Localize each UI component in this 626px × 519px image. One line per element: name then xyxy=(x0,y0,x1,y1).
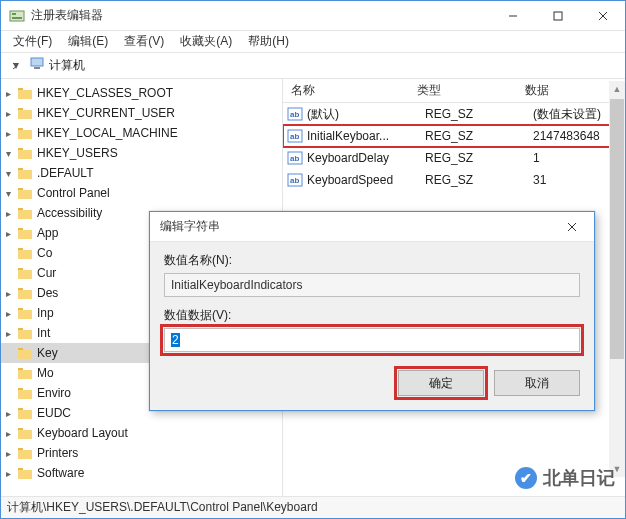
svg-rect-40 xyxy=(18,390,32,399)
folder-icon xyxy=(17,386,33,400)
close-button[interactable] xyxy=(580,1,625,30)
chevron-down-icon[interactable]: ▾ xyxy=(1,186,15,200)
dialog-titlebar: 编辑字符串 xyxy=(150,212,594,242)
svg-rect-22 xyxy=(18,210,32,219)
column-name[interactable]: 名称 xyxy=(283,82,409,99)
svg-rect-34 xyxy=(18,330,32,339)
svg-rect-44 xyxy=(18,430,32,439)
svg-text:ab: ab xyxy=(290,176,299,185)
chevron-right-icon[interactable]: ▸ xyxy=(1,206,15,220)
tree-item-hklm[interactable]: ▸HKEY_LOCAL_MACHINE xyxy=(1,123,282,143)
menu-favorites[interactable]: 收藏夹(A) xyxy=(172,30,240,53)
folder-icon xyxy=(17,146,33,160)
svg-rect-38 xyxy=(18,370,32,379)
svg-text:ab: ab xyxy=(290,154,299,163)
svg-rect-32 xyxy=(18,310,32,319)
string-value-icon: ab xyxy=(287,150,303,166)
value-data-input[interactable]: 2 xyxy=(164,328,580,352)
svg-rect-18 xyxy=(18,170,32,179)
folder-icon xyxy=(17,426,33,440)
chevron-down-icon[interactable]: ▾ xyxy=(1,166,15,180)
list-header: 名称 类型 数据 xyxy=(283,79,625,103)
list-row[interactable]: ab InitialKeyboar... REG_SZ 2147483648 xyxy=(283,125,625,147)
chevron-right-icon[interactable]: ▸ xyxy=(1,326,15,340)
menu-edit[interactable]: 编辑(E) xyxy=(60,30,116,53)
list-row[interactable]: ab KeyboardDelay REG_SZ 1 xyxy=(283,147,625,169)
folder-icon xyxy=(17,206,33,220)
tree-item-printers[interactable]: ▸Printers xyxy=(1,443,282,463)
regedit-icon xyxy=(9,8,25,24)
tree-item-software[interactable]: ▸Software xyxy=(1,463,282,483)
tree-item-hkcr[interactable]: ▸HKEY_CLASSES_ROOT xyxy=(1,83,282,103)
expand-toggle-icon[interactable] xyxy=(5,55,27,77)
chevron-down-icon[interactable]: ▾ xyxy=(1,146,15,160)
folder-icon xyxy=(17,326,33,340)
tree-item-keyboardlayout[interactable]: ▸Keyboard Layout xyxy=(1,423,282,443)
menu-help[interactable]: 帮助(H) xyxy=(240,30,297,53)
watermark: ✔ 北单日记 xyxy=(515,466,615,490)
svg-rect-14 xyxy=(18,130,32,139)
chevron-right-icon[interactable]: ▸ xyxy=(1,466,15,480)
svg-rect-7 xyxy=(31,58,43,66)
cancel-button[interactable]: 取消 xyxy=(494,370,580,396)
folder-icon xyxy=(17,286,33,300)
chevron-right-icon[interactable]: ▸ xyxy=(1,86,15,100)
tree-item-controlpanel[interactable]: ▾Control Panel xyxy=(1,183,282,203)
list-row[interactable]: ab (默认) REG_SZ (数值未设置) xyxy=(283,103,625,125)
svg-rect-42 xyxy=(18,410,32,419)
tree-item-hku[interactable]: ▾HKEY_USERS xyxy=(1,143,282,163)
chevron-right-icon[interactable]: ▸ xyxy=(1,406,15,420)
list-row[interactable]: ab KeyboardSpeed REG_SZ 31 xyxy=(283,169,625,191)
edit-string-dialog: 编辑字符串 数值名称(N): InitialKeyboardIndicators… xyxy=(149,211,595,411)
nav-row: 计算机 xyxy=(1,53,625,79)
chevron-right-icon[interactable]: ▸ xyxy=(1,306,15,320)
minimize-button[interactable] xyxy=(490,1,535,30)
menu-view[interactable]: 查看(V) xyxy=(116,30,172,53)
ok-button[interactable]: 确定 xyxy=(398,370,484,396)
computer-icon xyxy=(29,57,45,74)
list-body: ab (默认) REG_SZ (数值未设置) ab InitialKeyboar… xyxy=(283,103,625,191)
menu-bar: 文件(F) 编辑(E) 查看(V) 收藏夹(A) 帮助(H) xyxy=(1,31,625,53)
chevron-right-icon[interactable]: ▸ xyxy=(1,446,15,460)
svg-rect-46 xyxy=(18,450,32,459)
svg-rect-28 xyxy=(18,270,32,279)
tree-item-hkcu[interactable]: ▸HKEY_CURRENT_USER xyxy=(1,103,282,123)
maximize-button[interactable] xyxy=(535,1,580,30)
chevron-right-icon[interactable]: ▸ xyxy=(1,426,15,440)
folder-icon xyxy=(17,266,33,280)
chevron-right-icon[interactable]: ▸ xyxy=(1,106,15,120)
vertical-scrollbar[interactable]: ▲ ▼ xyxy=(609,81,625,477)
tree-item-default[interactable]: ▾.DEFAULT xyxy=(1,163,282,183)
tree-root-label[interactable]: 计算机 xyxy=(47,57,85,74)
svg-rect-8 xyxy=(34,67,40,69)
chevron-right-icon[interactable]: ▸ xyxy=(1,126,15,140)
window-buttons xyxy=(490,1,625,30)
svg-rect-16 xyxy=(18,150,32,159)
value-name-field: InitialKeyboardIndicators xyxy=(164,273,580,297)
folder-icon xyxy=(17,466,33,480)
value-data-label: 数值数据(V): xyxy=(164,307,580,324)
folder-icon xyxy=(17,86,33,100)
folder-icon xyxy=(17,346,33,360)
string-value-icon: ab xyxy=(287,128,303,144)
folder-icon xyxy=(17,446,33,460)
column-type[interactable]: 类型 xyxy=(409,82,517,99)
dialog-close-button[interactable] xyxy=(550,212,594,241)
chevron-right-icon[interactable]: ▸ xyxy=(1,226,15,240)
watermark-text: 北单日记 xyxy=(543,466,615,490)
svg-rect-12 xyxy=(18,110,32,119)
svg-rect-2 xyxy=(12,17,22,19)
chevron-right-icon[interactable]: ▸ xyxy=(1,286,15,300)
folder-icon xyxy=(17,406,33,420)
folder-icon xyxy=(17,186,33,200)
string-value-icon: ab xyxy=(287,106,303,122)
scrollbar-thumb[interactable] xyxy=(610,99,624,359)
menu-file[interactable]: 文件(F) xyxy=(5,30,60,53)
svg-rect-1 xyxy=(12,13,16,15)
svg-text:ab: ab xyxy=(290,132,299,141)
folder-icon xyxy=(17,366,33,380)
scroll-up-icon[interactable]: ▲ xyxy=(609,81,625,97)
folder-icon xyxy=(17,166,33,180)
svg-text:ab: ab xyxy=(290,110,299,119)
svg-rect-10 xyxy=(18,90,32,99)
